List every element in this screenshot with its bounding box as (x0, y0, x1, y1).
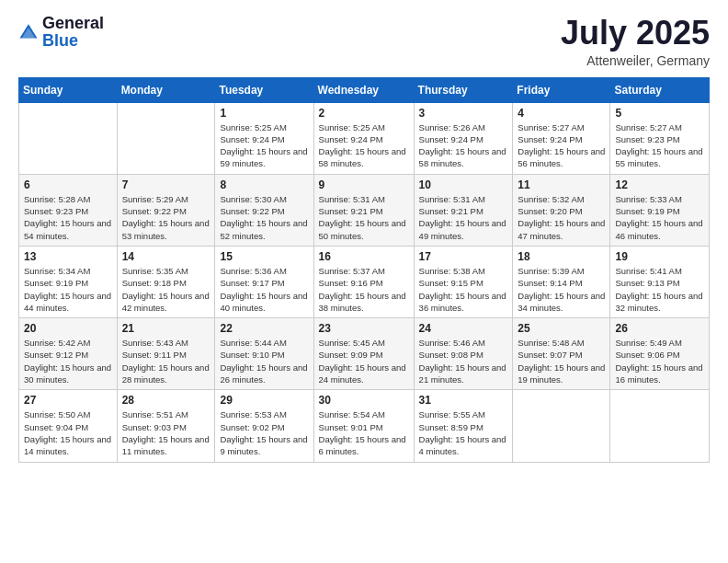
day-number: 3 (419, 107, 508, 120)
calendar-cell: 13Sunrise: 5:34 AM Sunset: 9:19 PM Dayli… (19, 246, 118, 317)
calendar-week-row: 13Sunrise: 5:34 AM Sunset: 9:19 PM Dayli… (19, 246, 710, 317)
day-number: 20 (24, 322, 112, 335)
day-info: Sunrise: 5:49 AM Sunset: 9:06 PM Dayligh… (615, 337, 704, 385)
calendar-table: SundayMondayTuesdayWednesdayThursdayFrid… (18, 77, 710, 463)
calendar-cell: 30Sunrise: 5:54 AM Sunset: 9:01 PM Dayli… (313, 390, 414, 462)
day-number: 16 (319, 250, 409, 263)
day-number: 23 (319, 322, 409, 335)
day-number: 21 (122, 322, 210, 335)
day-info: Sunrise: 5:48 AM Sunset: 9:07 PM Dayligh… (518, 337, 605, 385)
calendar-cell: 26Sunrise: 5:49 AM Sunset: 9:06 PM Dayli… (610, 318, 710, 390)
day-info: Sunrise: 5:32 AM Sunset: 9:20 PM Dayligh… (518, 193, 605, 242)
day-info: Sunrise: 5:29 AM Sunset: 9:22 PM Dayligh… (122, 193, 210, 242)
day-info: Sunrise: 5:25 AM Sunset: 9:24 PM Dayligh… (319, 121, 409, 170)
day-info: Sunrise: 5:43 AM Sunset: 9:11 PM Dayligh… (122, 337, 210, 385)
day-info: Sunrise: 5:50 AM Sunset: 9:04 PM Dayligh… (24, 408, 112, 457)
calendar-cell: 5Sunrise: 5:27 AM Sunset: 9:23 PM Daylig… (610, 102, 710, 174)
day-info: Sunrise: 5:35 AM Sunset: 9:18 PM Dayligh… (122, 265, 210, 314)
weekday-header: Sunday (19, 77, 118, 102)
day-info: Sunrise: 5:51 AM Sunset: 9:03 PM Dayligh… (122, 408, 210, 457)
weekday-row: SundayMondayTuesdayWednesdayThursdayFrid… (19, 77, 710, 102)
weekday-header: Friday (513, 77, 610, 102)
calendar-cell: 25Sunrise: 5:48 AM Sunset: 9:07 PM Dayli… (513, 318, 610, 390)
title-location: Attenweiler, Germany (561, 53, 710, 68)
weekday-header: Wednesday (313, 77, 414, 102)
day-info: Sunrise: 5:38 AM Sunset: 9:15 PM Dayligh… (419, 265, 508, 314)
day-number: 14 (122, 250, 210, 263)
calendar-week-row: 20Sunrise: 5:42 AM Sunset: 9:12 PM Dayli… (19, 318, 710, 390)
day-number: 11 (518, 178, 605, 191)
day-number: 9 (319, 178, 409, 191)
weekday-header: Monday (117, 77, 215, 102)
calendar-cell: 17Sunrise: 5:38 AM Sunset: 9:15 PM Dayli… (414, 246, 513, 317)
day-info: Sunrise: 5:34 AM Sunset: 9:19 PM Dayligh… (24, 265, 112, 314)
calendar-cell (513, 390, 610, 462)
calendar-cell: 20Sunrise: 5:42 AM Sunset: 9:12 PM Dayli… (19, 318, 118, 390)
day-number: 19 (615, 250, 704, 263)
calendar-cell: 28Sunrise: 5:51 AM Sunset: 9:03 PM Dayli… (117, 390, 215, 462)
logo-blue: Blue (42, 31, 78, 50)
day-info: Sunrise: 5:31 AM Sunset: 9:21 PM Dayligh… (419, 193, 508, 242)
calendar-cell: 2Sunrise: 5:25 AM Sunset: 9:24 PM Daylig… (313, 102, 414, 174)
calendar-cell: 8Sunrise: 5:30 AM Sunset: 9:22 PM Daylig… (215, 174, 313, 246)
day-info: Sunrise: 5:45 AM Sunset: 9:09 PM Dayligh… (319, 337, 409, 385)
day-info: Sunrise: 5:39 AM Sunset: 9:14 PM Dayligh… (518, 265, 605, 314)
day-number: 5 (615, 107, 704, 120)
day-number: 10 (419, 178, 508, 191)
calendar-page: General Blue July 2025 Attenweiler, Germ… (0, 0, 728, 563)
day-number: 18 (518, 250, 605, 263)
calendar-cell: 9Sunrise: 5:31 AM Sunset: 9:21 PM Daylig… (313, 174, 414, 246)
day-info: Sunrise: 5:26 AM Sunset: 9:24 PM Dayligh… (419, 121, 508, 170)
day-number: 6 (24, 178, 112, 191)
day-number: 12 (615, 178, 704, 191)
calendar-week-row: 6Sunrise: 5:28 AM Sunset: 9:23 PM Daylig… (19, 174, 710, 246)
day-number: 27 (24, 394, 112, 407)
logo-text: General Blue (42, 15, 104, 50)
day-info: Sunrise: 5:27 AM Sunset: 9:23 PM Dayligh… (615, 121, 704, 170)
day-info: Sunrise: 5:53 AM Sunset: 9:02 PM Dayligh… (220, 408, 308, 457)
day-number: 30 (319, 394, 409, 407)
calendar-cell: 14Sunrise: 5:35 AM Sunset: 9:18 PM Dayli… (117, 246, 215, 317)
title-month: July 2025 (561, 15, 710, 52)
calendar-cell: 1Sunrise: 5:25 AM Sunset: 9:24 PM Daylig… (215, 102, 313, 174)
calendar-week-row: 1Sunrise: 5:25 AM Sunset: 9:24 PM Daylig… (19, 102, 710, 174)
calendar-header: SundayMondayTuesdayWednesdayThursdayFrid… (19, 77, 710, 102)
calendar-cell: 21Sunrise: 5:43 AM Sunset: 9:11 PM Dayli… (117, 318, 215, 390)
calendar-cell: 19Sunrise: 5:41 AM Sunset: 9:13 PM Dayli… (610, 246, 710, 317)
day-number: 4 (518, 107, 605, 120)
title-block: July 2025 Attenweiler, Germany (561, 15, 710, 68)
day-number: 1 (220, 107, 308, 120)
calendar-cell: 18Sunrise: 5:39 AM Sunset: 9:14 PM Dayli… (513, 246, 610, 317)
day-number: 15 (220, 250, 308, 263)
day-number: 13 (24, 250, 112, 263)
day-info: Sunrise: 5:44 AM Sunset: 9:10 PM Dayligh… (220, 337, 308, 385)
day-info: Sunrise: 5:25 AM Sunset: 9:24 PM Dayligh… (220, 121, 308, 170)
day-info: Sunrise: 5:54 AM Sunset: 9:01 PM Dayligh… (319, 408, 409, 457)
day-info: Sunrise: 5:37 AM Sunset: 9:16 PM Dayligh… (319, 265, 409, 314)
logo-general: General (42, 14, 104, 32)
day-number: 25 (518, 322, 605, 335)
calendar-cell (117, 102, 215, 174)
calendar-cell (19, 102, 118, 174)
calendar-cell: 7Sunrise: 5:29 AM Sunset: 9:22 PM Daylig… (117, 174, 215, 246)
calendar-cell: 15Sunrise: 5:36 AM Sunset: 9:17 PM Dayli… (215, 246, 313, 317)
day-number: 17 (419, 250, 508, 263)
calendar-cell: 11Sunrise: 5:32 AM Sunset: 9:20 PM Dayli… (513, 174, 610, 246)
calendar-cell: 6Sunrise: 5:28 AM Sunset: 9:23 PM Daylig… (19, 174, 118, 246)
logo: General Blue (18, 15, 104, 50)
day-info: Sunrise: 5:55 AM Sunset: 8:59 PM Dayligh… (419, 408, 508, 457)
day-number: 26 (615, 322, 704, 335)
day-number: 28 (122, 394, 210, 407)
calendar-cell: 16Sunrise: 5:37 AM Sunset: 9:16 PM Dayli… (313, 246, 414, 317)
day-info: Sunrise: 5:31 AM Sunset: 9:21 PM Dayligh… (319, 193, 409, 242)
calendar-body: 1Sunrise: 5:25 AM Sunset: 9:24 PM Daylig… (19, 102, 710, 462)
weekday-header: Tuesday (215, 77, 313, 102)
logo-icon (18, 22, 39, 42)
calendar-cell: 24Sunrise: 5:46 AM Sunset: 9:08 PM Dayli… (414, 318, 513, 390)
calendar-week-row: 27Sunrise: 5:50 AM Sunset: 9:04 PM Dayli… (19, 390, 710, 462)
calendar-cell: 29Sunrise: 5:53 AM Sunset: 9:02 PM Dayli… (215, 390, 313, 462)
day-info: Sunrise: 5:28 AM Sunset: 9:23 PM Dayligh… (24, 193, 112, 242)
day-number: 2 (319, 107, 409, 120)
calendar-cell: 23Sunrise: 5:45 AM Sunset: 9:09 PM Dayli… (313, 318, 414, 390)
day-info: Sunrise: 5:46 AM Sunset: 9:08 PM Dayligh… (419, 337, 508, 385)
